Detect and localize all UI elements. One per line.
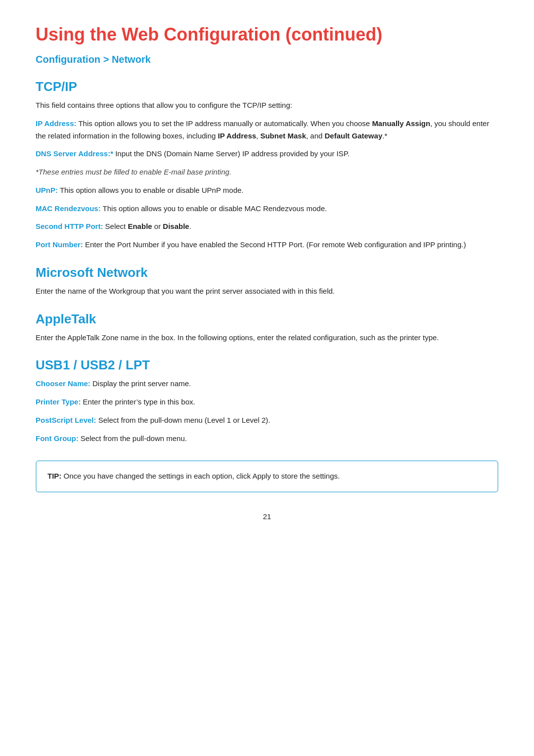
printer-type-term: Printer Type:	[36, 398, 81, 406]
subnet-mask-label: Subnet Mask	[260, 132, 306, 140]
usb-section: USB1 / USB2 / LPT Chooser Name: Display …	[36, 357, 498, 445]
port-number-text: Enter the Port Number if you have enable…	[85, 240, 466, 249]
dns-term: DNS Server Address:*	[36, 149, 113, 158]
disable-label: Disable	[163, 222, 189, 230]
postscript-text: Select from the pull-down menu (Level 1 …	[98, 416, 270, 424]
font-group-term: Font Group:	[36, 434, 79, 443]
appletalk-heading: AppleTalk	[36, 311, 498, 327]
or-label: or	[154, 222, 161, 230]
tcpip-heading: TCP/IP	[36, 79, 498, 94]
second-http-term: Second HTTP Port:	[36, 222, 103, 230]
asterisk: .*	[382, 132, 387, 140]
dns-paragraph: DNS Server Address:* Input the DNS (Doma…	[36, 148, 498, 160]
postscript-paragraph: PostScript Level: Select from the pull-d…	[36, 414, 498, 427]
comma2: , and	[306, 132, 325, 140]
ip-address-paragraph: IP Address: This option allows you to se…	[36, 118, 498, 142]
port-number-paragraph: Port Number: Enter the Port Number if yo…	[36, 239, 498, 251]
port-number-term: Port Number:	[36, 240, 83, 249]
tip-paragraph: TIP: Once you have changed the settings …	[47, 470, 487, 483]
tip-term: TIP:	[47, 472, 61, 480]
ip-address-text2: This option allows you to set the IP add…	[78, 119, 370, 128]
tip-box: TIP: Once you have changed the settings …	[36, 460, 498, 492]
second-http-end: .	[189, 222, 191, 230]
page-title: Using the Web Configuration (continued)	[36, 24, 498, 45]
chooser-paragraph: Chooser Name: Display the print server n…	[36, 378, 498, 390]
manually-assign: Manually Assign	[372, 119, 430, 128]
ip-address-label: IP Address	[218, 132, 257, 140]
upnp-text: This option allows you to enable or disa…	[60, 186, 244, 194]
second-http-text: Select	[105, 222, 126, 230]
footnote: *These entries must be filled to enable …	[36, 166, 498, 178]
usb-heading: USB1 / USB2 / LPT	[36, 357, 498, 373]
microsoft-network-text: Enter the name of the Workgroup that you…	[36, 285, 498, 298]
chooser-text: Display the print server name.	[92, 379, 191, 388]
microsoft-network-section: Microsoft Network Enter the name of the …	[36, 265, 498, 298]
tcpip-intro: This field contains three options that a…	[36, 99, 498, 112]
upnp-term: UPnP:	[36, 186, 58, 194]
tip-text: Once you have changed the settings in ea…	[64, 472, 340, 480]
font-group-paragraph: Font Group: Select from the pull-down me…	[36, 433, 498, 445]
microsoft-network-heading: Microsoft Network	[36, 265, 498, 280]
mac-term: MAC Rendezvous:	[36, 204, 101, 213]
tcpip-section: TCP/IP This field contains three options…	[36, 79, 498, 251]
mac-text: This option allows you to enable or disa…	[103, 204, 327, 213]
second-http-paragraph: Second HTTP Port: Select Enable or Disab…	[36, 221, 498, 233]
breadcrumb: Configuration > Network	[36, 54, 498, 65]
upnp-paragraph: UPnP: This option allows you to enable o…	[36, 184, 498, 197]
printer-type-text: Enter the printer’s type in this box.	[83, 398, 195, 406]
postscript-term: PostScript Level:	[36, 416, 96, 424]
appletalk-text: Enter the AppleTalk Zone name in the box…	[36, 332, 498, 344]
dns-text: Input the DNS (Domain Name Server) IP ad…	[115, 149, 350, 158]
chooser-term: Chooser Name:	[36, 379, 90, 388]
enable-label: Enable	[128, 222, 152, 230]
ip-address-term: IP Address:	[36, 119, 77, 128]
printer-type-paragraph: Printer Type: Enter the printer’s type i…	[36, 396, 498, 408]
page-number: 21	[36, 512, 498, 521]
appletalk-section: AppleTalk Enter the AppleTalk Zone name …	[36, 311, 498, 344]
default-gateway-label: Default Gateway	[325, 132, 383, 140]
font-group-text: Select from the pull-down menu.	[81, 434, 187, 443]
mac-paragraph: MAC Rendezvous: This option allows you t…	[36, 203, 498, 215]
